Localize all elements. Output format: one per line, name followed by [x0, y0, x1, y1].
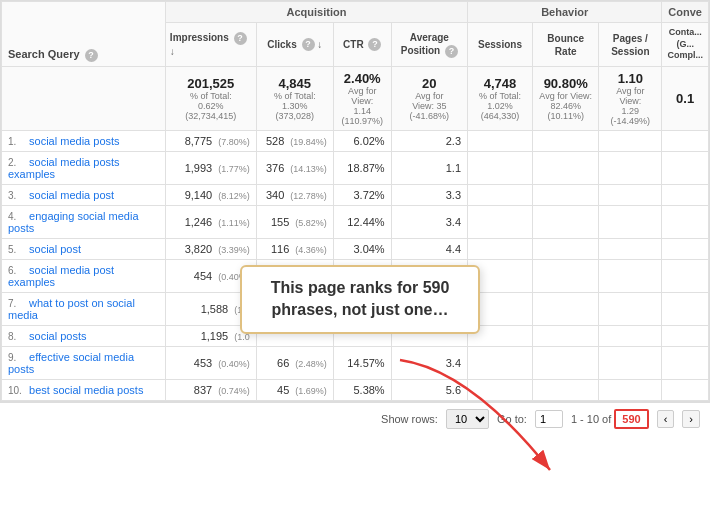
search-query-label: Search Query	[8, 48, 80, 60]
totals-ctr: 2.40% Avg for View:1.14(110.97%)	[333, 67, 391, 131]
row-3-query: 3. social media post	[2, 185, 166, 206]
row-9-avgpos: 3.4	[391, 347, 467, 380]
row-5-query-link[interactable]: social post	[29, 243, 81, 255]
totals-avgpos-sub: Avg forView: 35(-41.68%)	[398, 91, 461, 121]
clicks-col-header[interactable]: Clicks ? ↓	[256, 23, 333, 67]
bounce-rate-col-header: Bounce Rate	[533, 23, 599, 67]
show-rows-select[interactable]: 10 25 50	[446, 409, 489, 429]
impressions-col-header[interactable]: Impressions ? ↓	[165, 23, 256, 67]
table-row: 9. effective social media posts 453 (0.4…	[2, 347, 709, 380]
totals-sessions-main: 4,748	[474, 76, 526, 91]
show-rows-label: Show rows:	[381, 413, 438, 425]
ctr-col-header[interactable]: CTR ?	[333, 23, 391, 67]
impressions-label: Impressions	[170, 32, 229, 43]
row-1-ctr: 6.02%	[333, 131, 391, 152]
totals-conv-main: 0.1	[668, 91, 702, 106]
tooltip-balloon: This page ranks for 590 phrases, not jus…	[240, 265, 480, 334]
totals-impressions-main: 201,525	[172, 76, 250, 91]
search-query-help-icon[interactable]: ?	[85, 49, 98, 62]
totals-bounce-main: 90.80%	[539, 76, 592, 91]
row-9-query: 9. effective social media posts	[2, 347, 166, 380]
total-pages-highlighted: 590	[614, 409, 648, 429]
row-5-impressions: 3,820 (3.39%)	[165, 239, 256, 260]
bounce-rate-label: Bounce Rate	[547, 33, 584, 57]
row-3-impressions: 9,140 (8.12%)	[165, 185, 256, 206]
sessions-label: Sessions	[478, 39, 522, 50]
table-footer: Show rows: 10 25 50 Go to: 1 - 10 of 590…	[0, 402, 710, 435]
row-2-query: 2. social media posts examples	[2, 152, 166, 185]
row-3-ctr: 3.72%	[333, 185, 391, 206]
totals-clicks: 4,845 % of Total: 1.30%(373,028)	[256, 67, 333, 131]
ctr-label: CTR	[343, 39, 364, 50]
row-9-query-link[interactable]: effective social media posts	[8, 351, 134, 375]
avgpos-col-header[interactable]: Average Position ?	[391, 23, 467, 67]
totals-ctr-main: 2.40%	[340, 71, 385, 86]
totals-pages-sub: Avg for View:1.29(-14.49%)	[605, 86, 655, 126]
next-page-button[interactable]: ›	[682, 410, 700, 428]
table-row: 2. social media posts examples 1,993 (1.…	[2, 152, 709, 185]
row-5-avgpos: 4.4	[391, 239, 467, 260]
row-4-query-link[interactable]: engaging social media posts	[8, 210, 139, 234]
totals-clicks-main: 4,845	[263, 76, 327, 91]
ctr-help-icon[interactable]: ?	[368, 38, 381, 51]
go-to-label: Go to:	[497, 413, 527, 425]
totals-sessions-sub: % of Total:1.02%(464,330)	[474, 91, 526, 121]
totals-row: 201,525 % of Total:0.62%(32,734,415) 4,8…	[2, 67, 709, 131]
row-7-query: 7. what to post on social media	[2, 293, 166, 326]
row-10-query-link[interactable]: best social media posts	[29, 384, 143, 396]
search-query-header: Search Query ?	[2, 2, 166, 67]
row-1-bounce	[533, 131, 599, 152]
go-to-input[interactable]	[535, 410, 563, 428]
table-container: Search Query ? Acquisition Behavior Conv…	[0, 0, 710, 402]
row-6-query: 6. social media post examples	[2, 260, 166, 293]
row-5-query: 5. social post	[2, 239, 166, 260]
impressions-help-icon[interactable]: ?	[234, 32, 247, 45]
row-4-ctr: 12.44%	[333, 206, 391, 239]
row-1-avgpos: 2.3	[391, 131, 467, 152]
row-2-impressions: 1,993 (1.77%)	[165, 152, 256, 185]
data-table: Search Query ? Acquisition Behavior Conv…	[1, 1, 709, 401]
table-row: 4. engaging social media posts 1,246 (1.…	[2, 206, 709, 239]
row-8-query-link[interactable]: social posts	[29, 330, 86, 342]
clicks-label: Clicks	[267, 39, 296, 50]
avgpos-help-icon[interactable]: ?	[445, 45, 458, 58]
row-1-impressions: 8,775 (7.80%)	[165, 131, 256, 152]
row-10-clicks: 45 (1.69%)	[256, 380, 333, 401]
row-10-query: 10. best social media posts	[2, 380, 166, 401]
row-7-query-link[interactable]: what to post on social media	[8, 297, 135, 321]
clicks-help-icon[interactable]: ?	[302, 38, 315, 51]
row-2-avgpos: 1.1	[391, 152, 467, 185]
row-3-avgpos: 3.3	[391, 185, 467, 206]
row-1-query: 1. social media posts	[2, 131, 166, 152]
sessions-col-header: Sessions	[468, 23, 533, 67]
group-header-row: Search Query ? Acquisition Behavior Conv…	[2, 2, 709, 23]
totals-bounce-sub: Avg for View:82.46%(10.11%)	[539, 91, 592, 121]
totals-impressions-sub: % of Total:0.62%(32,734,415)	[172, 91, 250, 121]
row-1-sessions	[468, 131, 533, 152]
row-9-impressions: 453 (0.40%)	[165, 347, 256, 380]
row-5-ctr: 3.04%	[333, 239, 391, 260]
row-5-clicks: 116 (4.36%)	[256, 239, 333, 260]
totals-ctr-sub: Avg for View:1.14(110.97%)	[340, 86, 385, 126]
avgpos-label: Average Position	[401, 32, 449, 56]
impressions-sort-icon[interactable]: ↓	[170, 46, 175, 57]
row-2-ctr: 18.87%	[333, 152, 391, 185]
row-10-impressions: 837 (0.74%)	[165, 380, 256, 401]
tooltip-text: This page ranks for 590 phrases, not jus…	[271, 279, 450, 318]
row-4-clicks: 155 (5.82%)	[256, 206, 333, 239]
prev-page-button[interactable]: ‹	[657, 410, 675, 428]
row-9-clicks: 66 (2.48%)	[256, 347, 333, 380]
page-range: 1 - 10 of 590	[571, 413, 649, 425]
row-10-avgpos: 5.6	[391, 380, 467, 401]
range-text: 1 - 10 of	[571, 413, 611, 425]
totals-label-cell	[2, 67, 166, 131]
row-4-avgpos: 3.4	[391, 206, 467, 239]
row-2-clicks: 376 (14.13%)	[256, 152, 333, 185]
totals-conv: 0.1	[662, 67, 709, 131]
row-1-query-link[interactable]: social media posts	[29, 135, 120, 147]
row-3-query-link[interactable]: social media post	[29, 189, 114, 201]
conv-label: Conta...(G...Compl...	[667, 27, 703, 60]
clicks-sort-icon[interactable]: ↓	[317, 39, 322, 50]
totals-pages-main: 1.10	[605, 71, 655, 86]
totals-bounce: 90.80% Avg for View:82.46%(10.11%)	[533, 67, 599, 131]
